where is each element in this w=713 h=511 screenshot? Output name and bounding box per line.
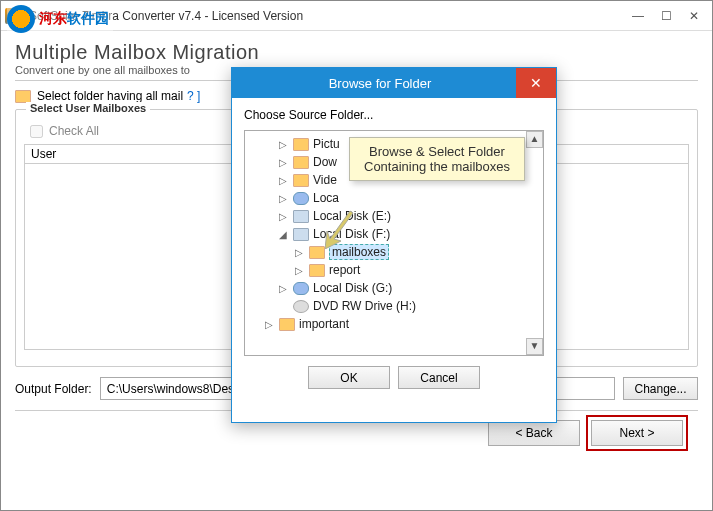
expand-icon[interactable]: ▷ xyxy=(263,319,275,330)
expand-icon[interactable]: ◢ xyxy=(277,229,289,240)
folder-icon xyxy=(293,174,309,187)
tree-item-label: important xyxy=(299,317,349,331)
folder-icon xyxy=(293,138,309,151)
dialog-title: Browse for Folder xyxy=(244,76,516,91)
window-title: SoftSpire Zimbra Converter v7.4 - Licens… xyxy=(29,9,624,23)
next-highlight: Next > xyxy=(586,415,688,451)
tree-item-label: Loca xyxy=(313,191,339,205)
tree-item[interactable]: ▷Local Disk (E:) xyxy=(249,207,539,225)
net-icon xyxy=(293,192,309,205)
site-watermark: 河东软件园 xyxy=(7,5,113,33)
folder-icon xyxy=(309,246,325,259)
tree-item-label: Local Disk (G:) xyxy=(313,281,392,295)
dialog-close-button[interactable]: ✕ xyxy=(516,68,556,98)
expand-icon[interactable]: ▷ xyxy=(277,175,289,186)
net-icon xyxy=(293,282,309,295)
dialog-prompt: Choose Source Folder... xyxy=(244,108,544,122)
tree-scroll-down[interactable]: ▼ xyxy=(526,338,543,355)
tree-item[interactable]: ▷Loca xyxy=(249,189,539,207)
browse-folder-dialog: Browse for Folder ✕ Choose Source Folder… xyxy=(231,67,557,423)
tree-item-label: report xyxy=(329,263,360,277)
callout-tooltip: Browse & Select Folder Containing the ma… xyxy=(349,137,525,181)
group-title: Select User Mailboxes xyxy=(26,102,150,114)
folder-icon xyxy=(279,318,295,331)
tree-item-label: DVD RW Drive (H:) xyxy=(313,299,416,313)
minimize-button[interactable]: — xyxy=(624,6,652,26)
expand-icon[interactable]: ▷ xyxy=(277,211,289,222)
expand-icon[interactable]: ▷ xyxy=(277,193,289,204)
folder-icon xyxy=(15,90,31,103)
page-heading: Multiple Mailbox Migration xyxy=(15,41,698,64)
expand-icon[interactable]: ▷ xyxy=(293,265,305,276)
back-button[interactable]: < Back xyxy=(488,420,580,446)
watermark-net: 软件园 xyxy=(67,10,109,26)
tree-item-label: Dow xyxy=(313,155,337,169)
check-all-checkbox[interactable] xyxy=(30,125,43,138)
folder-tree[interactable]: Browse & Select Folder Containing the ma… xyxy=(244,130,544,356)
folder-icon xyxy=(309,264,325,277)
dialog-titlebar: Browse for Folder ✕ xyxy=(232,68,556,98)
tree-item[interactable]: ▷important xyxy=(249,315,539,333)
drive-icon xyxy=(293,228,309,241)
output-folder-label: Output Folder: xyxy=(15,382,92,396)
expand-icon[interactable]: ▷ xyxy=(277,283,289,294)
ok-button[interactable]: OK xyxy=(308,366,390,389)
folder-icon xyxy=(293,156,309,169)
expand-icon[interactable]: ▷ xyxy=(293,247,305,258)
maximize-button[interactable]: ☐ xyxy=(652,6,680,26)
dvd-icon xyxy=(293,300,309,313)
tree-item[interactable]: ▷report xyxy=(249,261,539,279)
help-link[interactable]: ? ] xyxy=(187,89,200,103)
tree-item-label: Vide xyxy=(313,173,337,187)
select-folder-text: Select folder having all mail xyxy=(37,89,183,103)
change-button[interactable]: Change... xyxy=(623,377,698,400)
expand-icon[interactable]: ▷ xyxy=(277,139,289,150)
watermark-cn: 河东 xyxy=(39,10,67,26)
cancel-button[interactable]: Cancel xyxy=(398,366,480,389)
tree-item[interactable]: ◢Local Disk (F:) xyxy=(249,225,539,243)
drive-icon xyxy=(293,210,309,223)
tree-item[interactable]: ▷Local Disk (G:) xyxy=(249,279,539,297)
tree-item[interactable]: DVD RW Drive (H:) xyxy=(249,297,539,315)
expand-icon[interactable]: ▷ xyxy=(277,157,289,168)
next-button[interactable]: Next > xyxy=(591,420,683,446)
tree-scroll-up[interactable]: ▲ xyxy=(526,131,543,148)
tree-item[interactable]: ▷mailboxes xyxy=(249,243,539,261)
check-all-label: Check All xyxy=(49,124,99,138)
close-button[interactable]: ✕ xyxy=(680,6,708,26)
watermark-icon xyxy=(7,5,35,33)
callout-arrow-icon xyxy=(325,209,355,249)
tree-item-label: Pictu xyxy=(313,137,340,151)
